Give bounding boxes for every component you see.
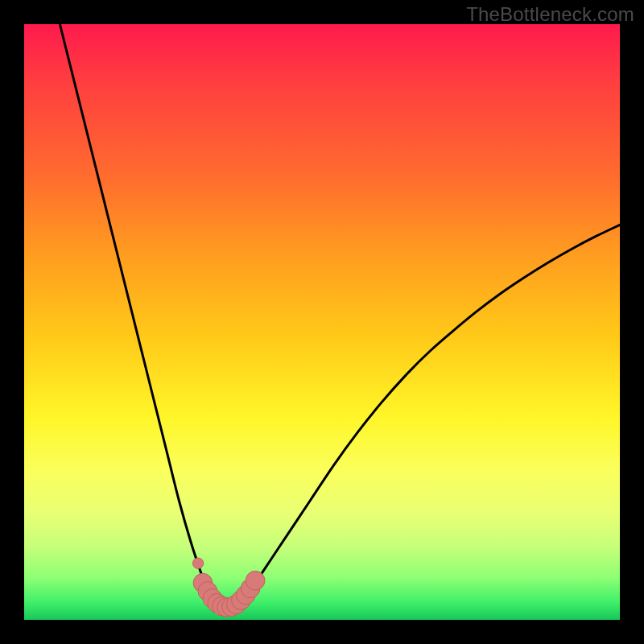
bottleneck-curve bbox=[60, 24, 620, 608]
curve-marker bbox=[192, 558, 203, 568]
marker-group bbox=[192, 558, 265, 617]
curve-layer bbox=[24, 24, 620, 620]
curve-marker bbox=[246, 571, 265, 590]
plot-area bbox=[24, 24, 620, 620]
watermark-text: TheBottleneck.com bbox=[466, 3, 634, 26]
chart-frame: TheBottleneck.com bbox=[0, 0, 644, 644]
